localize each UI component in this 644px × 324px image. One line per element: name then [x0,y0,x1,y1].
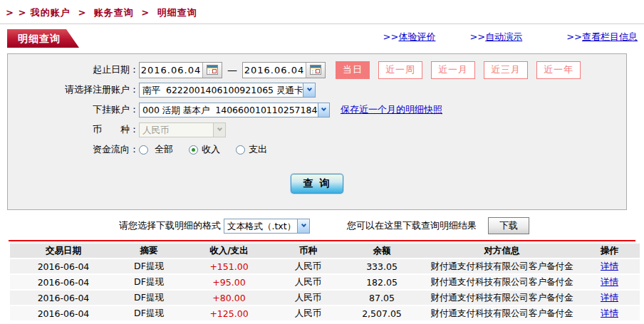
sub-account-label: 下挂账户： [8,103,139,116]
table-row: 2016-06-04 DF提现 +151.00 人民币 333.05 财付通支付… [10,259,640,273]
date-to-value[interactable]: 2016.06.04 [243,63,306,78]
breadcrumb-separator: > [141,7,150,18]
fund-flow-label: 资金流向： [8,143,139,156]
header-currency: 币种 [277,244,339,258]
date-separator: — [227,64,237,75]
currency-label: 币 种： [8,123,139,136]
breadcrumb-separator: > [78,7,86,18]
currency-row: 币 种： 人民币 [8,121,626,138]
cell-summary: DF提现 [117,306,181,320]
table-row: 2016-06-04 DF提现 +125.00 人民币 2,507.05 财付通… [10,306,640,320]
date-from-field[interactable]: 2016.06.04 [139,62,222,78]
header-amount: 收入/支出 [181,244,277,258]
cell-amount: +125.00 [181,306,277,320]
quick-range-quarter-button[interactable]: 近三月 [484,61,528,79]
fund-flow-radio-group: 全部 收入 支出 [139,143,283,156]
radio-icon [139,145,148,155]
cell-date: 2016-06-04 [10,306,117,320]
header-summary: 摘要 [117,244,181,258]
date-to-field[interactable]: 2016.06.04 [242,62,326,78]
radio-expense[interactable]: 支出 [236,143,267,156]
calendar-button[interactable] [202,63,222,78]
cell-counterparty: 财付通支付科技有限公司客户备付金 [425,259,579,273]
date-from-value[interactable]: 2016.06.04 [140,63,202,78]
link-experience-rating[interactable]: >>体验评价 [383,31,436,43]
download-button[interactable]: 下载 [488,217,529,234]
quick-range-today-button[interactable]: 当日 [336,61,370,79]
query-button[interactable]: 查 询 [291,174,343,194]
cell-summary: DF提现 [117,259,181,273]
date-range-label: 起止日期： [8,63,139,76]
cell-summary: DF提现 [117,275,181,289]
cell-balance: 333.05 [339,259,425,273]
register-account-row: 请选择注册账户： 南平 6222001406100921065 灵通卡 [8,81,626,98]
calendar-icon [310,65,321,75]
cell-date: 2016-06-04 [10,259,117,273]
link-view-column-info[interactable]: >>查看栏目信息 [566,31,638,43]
detail-link[interactable]: 详情 [601,276,618,287]
header-counterparty: 对方信息 [425,244,579,258]
cell-counterparty: 财付通支付科技有限公司客户备付金 [425,291,579,305]
header-date: 交易日期 [10,244,117,258]
query-form-panel: 起止日期： 2016.06.04 — 2016.06.04 当日 近一周 近一月… [7,53,627,210]
fund-flow-row: 资金流向： 全部 收入 支出 [8,141,626,158]
breadcrumb-prefix: > > [6,7,26,18]
divider [0,23,644,24]
download-row: 请您选择下载明细的格式 文本格式（.txt） 您可以在这里下载查询明细结果 下载 [119,217,644,234]
quick-range-week-button[interactable]: 近一周 [378,61,422,79]
table-row: 2016-06-04 DF提现 +95.00 人民币 182.05 财付通支付科… [10,275,640,289]
register-account-label: 请选择注册账户： [8,83,139,96]
chevron-down-icon [213,123,225,137]
register-account-select[interactable]: 南平 6222001406100921065 灵通卡 [139,83,316,98]
cell-balance: 87.05 [339,291,425,305]
tab-row: 明细查询 >>体验评价 >>自动演示 >>查看栏目信息 [0,29,644,48]
download-format-select[interactable]: 文本格式（.txt） [224,219,310,234]
cell-date: 2016-06-04 [10,275,117,289]
calendar-button[interactable] [306,63,325,78]
radio-checked-icon [189,145,198,155]
download-format-label: 请您选择下载明细的格式 [119,219,221,232]
tab-detail-query[interactable]: 明细查询 [7,29,79,48]
cell-balance: 2,507.05 [339,306,425,320]
cell-counterparty: 财付通支付科技有限公司客户备付金 [425,275,579,289]
chevron-down-icon[interactable] [303,83,315,97]
save-monthly-snapshot-link[interactable]: 保存近一个月的明细快照 [341,103,442,116]
cell-balance: 182.05 [339,275,425,289]
top-links: >>体验评价 >>自动演示 >>查看栏目信息 [383,31,638,48]
detail-link[interactable]: 详情 [601,308,618,318]
radio-income[interactable]: 收入 [189,143,220,156]
quick-range-year-button[interactable]: 近一年 [536,61,581,79]
table-header-row: 交易日期 摘要 收入/支出 币种 余额 对方信息 操作 [10,244,640,258]
cell-counterparty: 财付通支付科技有限公司客户备付金 [425,306,579,320]
detail-link[interactable]: 详情 [601,261,618,271]
breadcrumb-item-my-account[interactable]: 我的账户 [31,7,71,18]
radio-all[interactable]: 全部 [139,143,173,156]
date-range-row: 起止日期： 2016.06.04 — 2016.06.04 当日 近一周 近一月… [8,61,626,78]
query-button-row: 查 询 [8,174,626,194]
link-auto-demo[interactable]: >>自动演示 [469,31,522,43]
header-balance: 余额 [339,244,425,258]
chevron-down-icon[interactable] [297,219,309,233]
detail-link[interactable]: 详情 [601,292,618,303]
radio-icon [236,145,245,155]
chevron-down-icon[interactable] [318,103,329,117]
cell-currency: 人民币 [277,259,339,273]
sub-account-select[interactable]: 000 活期 基本户 1406600101102571848 [139,103,330,117]
cell-date: 2016-06-04 [10,291,117,305]
download-hint: 您可以在这里下载查询明细结果 [347,219,477,232]
cell-summary: DF提现 [117,291,181,305]
breadcrumb: > > 我的账户 > 账务查询 > 明细查询 [0,0,644,23]
quick-range-month-button[interactable]: 近一月 [431,61,475,79]
breadcrumb-item-detail-query[interactable]: 明细查询 [157,7,197,18]
cell-amount: +80.00 [181,291,277,305]
cell-amount: +95.00 [181,275,277,289]
header-action: 操作 [579,244,640,258]
currency-select-disabled: 人民币 [139,122,226,137]
calendar-icon [207,65,218,75]
cell-currency: 人民币 [277,275,339,289]
breadcrumb-item-account-query[interactable]: 账务查询 [94,7,134,18]
cell-amount: +151.00 [181,259,277,273]
cell-currency: 人民币 [277,306,339,320]
transactions-table: 交易日期 摘要 收入/支出 币种 余额 对方信息 操作 2016-06-04 D… [10,242,640,322]
sub-account-row: 下挂账户： 000 活期 基本户 1406600101102571848 保存近… [8,101,626,118]
